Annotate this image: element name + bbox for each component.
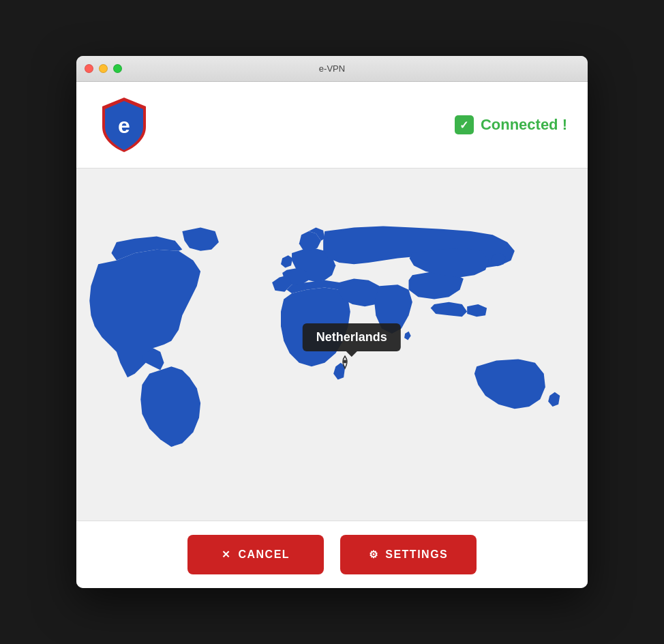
map-section[interactable]: Netherlands — [76, 169, 588, 521]
settings-button[interactable]: ⚙ SETTINGS — [340, 535, 477, 574]
window-title: e-VPN — [319, 63, 345, 74]
titlebar: e-VPN — [76, 56, 588, 82]
cancel-icon: ✕ — [222, 548, 232, 561]
close-button[interactable] — [85, 64, 93, 73]
world-map[interactable]: Netherlands — [76, 169, 588, 521]
header-section: e ✓ Connected ! — [76, 82, 588, 169]
maximize-button[interactable] — [113, 64, 122, 73]
svg-text:e: e — [118, 113, 130, 138]
connected-status: Connected ! — [481, 116, 567, 134]
app-logo: e — [97, 94, 151, 156]
traffic-lights — [85, 64, 122, 73]
settings-label: SETTINGS — [385, 548, 448, 561]
check-icon: ✓ — [455, 115, 474, 134]
svg-point-1 — [343, 360, 346, 364]
cancel-button[interactable]: ✕ CANCEL — [187, 535, 324, 574]
app-window: e-VPN e ✓ Connected ! — [76, 56, 588, 588]
cancel-label: CANCEL — [238, 548, 290, 561]
settings-icon: ⚙ — [369, 548, 379, 561]
map-pin — [337, 355, 352, 370]
connected-badge: ✓ Connected ! — [455, 115, 567, 134]
footer-section: ✕ CANCEL ⚙ SETTINGS — [76, 521, 588, 588]
minimize-button[interactable] — [99, 64, 108, 73]
